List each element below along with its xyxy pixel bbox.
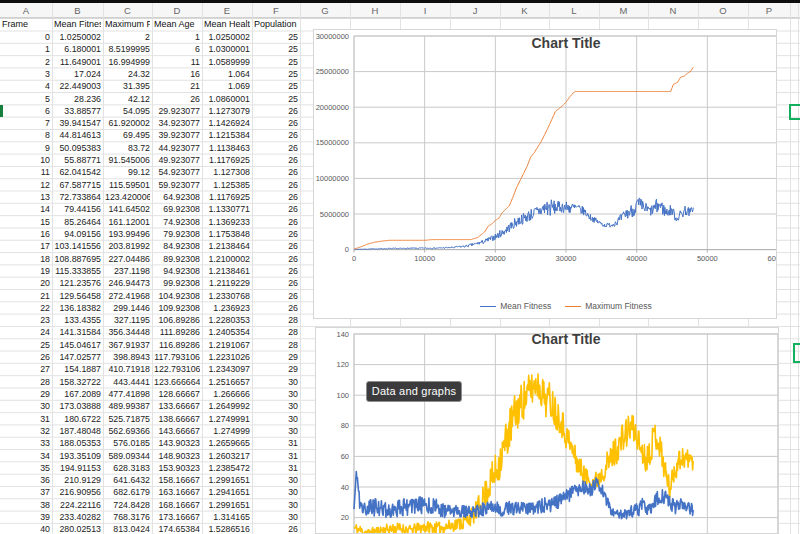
cell[interactable]: 145.04617 [54, 339, 101, 351]
cell[interactable]: 0 [2, 31, 50, 43]
cell[interactable]: 30 [2, 400, 50, 412]
cell[interactable]: 103.141556 [54, 240, 101, 252]
column-header-L[interactable]: L [549, 3, 599, 18]
cell[interactable]: 26 [254, 240, 298, 252]
cell[interactable]: 1.2659665 [204, 437, 250, 449]
column-header-K[interactable]: K [500, 3, 549, 18]
cell[interactable]: 128.66667 [154, 388, 200, 400]
cell[interactable]: 8.5199995 [105, 43, 150, 55]
column-header-B[interactable]: B [52, 3, 103, 18]
cell[interactable]: 210.9129 [54, 474, 101, 486]
cell[interactable]: 576.0185 [105, 437, 150, 449]
cell[interactable]: 30 [254, 425, 298, 437]
cell[interactable]: 1.2516657 [204, 376, 250, 388]
cell[interactable]: Frame [2, 18, 50, 31]
cell[interactable]: 6 [2, 105, 50, 117]
cell[interactable]: 246.94473 [105, 277, 150, 289]
cell[interactable]: 367.91937 [105, 339, 150, 351]
cell[interactable]: 104.92308 [154, 290, 200, 302]
cell[interactable]: 4 [2, 80, 50, 92]
cell[interactable]: 3 [2, 68, 50, 80]
cell[interactable]: 59.923077 [154, 179, 200, 191]
cell[interactable]: 233.40282 [54, 511, 101, 523]
column-header-P[interactable]: P [748, 3, 790, 18]
cell[interactable]: 26 [254, 277, 298, 289]
cell[interactable]: 28 [254, 326, 298, 338]
cell[interactable]: 187.48048 [54, 425, 101, 437]
cell[interactable]: 163.16667 [154, 486, 200, 498]
cell[interactable]: 133.4355 [54, 314, 101, 326]
cell[interactable]: 356.34448 [105, 326, 150, 338]
cell[interactable]: 30 [254, 376, 298, 388]
cell[interactable]: 1.1215384 [204, 129, 250, 141]
cell[interactable]: 28 [2, 376, 50, 388]
cell[interactable]: 84.92308 [154, 240, 200, 252]
cell[interactable]: 31 [254, 437, 298, 449]
cell[interactable]: 1.1176925 [204, 191, 250, 203]
cell[interactable]: 117.793106 [154, 351, 200, 363]
cell[interactable]: 10 [2, 154, 50, 166]
cell[interactable]: 31.395 [105, 80, 150, 92]
column-header-H[interactable]: H [350, 3, 400, 18]
cell[interactable]: 26 [254, 117, 298, 129]
cell[interactable]: 148.90323 [154, 450, 200, 462]
cell[interactable]: 21 [2, 290, 50, 302]
cell[interactable]: 19 [2, 265, 50, 277]
cell[interactable]: 115.59501 [105, 179, 150, 191]
cell[interactable]: 11 [2, 166, 50, 178]
cell[interactable]: 237.1198 [105, 265, 150, 277]
column-header-O[interactable]: O [698, 3, 748, 18]
cell[interactable]: 122.793106 [154, 363, 200, 375]
cell[interactable]: 641.6432 [105, 474, 150, 486]
cell[interactable]: Mean Fitness [54, 18, 101, 31]
cell[interactable]: 106.89286 [154, 314, 200, 326]
cell[interactable]: 15 [2, 216, 50, 228]
cell[interactable]: 1.2138464 [204, 240, 250, 252]
cell[interactable]: 6 [154, 43, 200, 55]
cell[interactable]: 2 [2, 56, 50, 68]
cell[interactable]: 1.2119229 [204, 277, 250, 289]
cell[interactable]: 109.92308 [154, 302, 200, 314]
cell[interactable]: 193.99496 [105, 228, 150, 240]
cell[interactable]: 29 [2, 388, 50, 400]
cell[interactable]: 167.2089 [54, 388, 101, 400]
cell[interactable]: 28 [254, 314, 298, 326]
cell[interactable]: 216.90956 [54, 486, 101, 498]
cell[interactable]: 327.1195 [105, 314, 150, 326]
cell[interactable]: 1.5286516 [204, 523, 250, 534]
cell[interactable]: 31 [2, 413, 50, 425]
cell[interactable]: 29 [254, 363, 298, 375]
cell[interactable]: 129.56458 [54, 290, 101, 302]
cell[interactable]: 108.887695 [54, 253, 101, 265]
cell[interactable]: 30 [254, 474, 298, 486]
cell[interactable]: 1.2405354 [204, 326, 250, 338]
cell[interactable]: 17 [2, 240, 50, 252]
cell[interactable]: 28 [254, 339, 298, 351]
cell[interactable]: 141.31584 [54, 326, 101, 338]
cell[interactable]: 31 [254, 450, 298, 462]
cell[interactable]: 147.02577 [54, 351, 101, 363]
cell[interactable]: 173.03888 [54, 400, 101, 412]
cell[interactable]: 40 [2, 523, 50, 534]
cell[interactable]: 1.0860001 [204, 93, 250, 105]
cell[interactable]: 32 [2, 425, 50, 437]
cell[interactable]: 74.92308 [154, 216, 200, 228]
cell[interactable]: 1.0589999 [204, 56, 250, 68]
cell[interactable]: 158.32722 [54, 376, 101, 388]
cell[interactable]: 13 [2, 191, 50, 203]
cell[interactable]: 1.266666 [204, 388, 250, 400]
cell[interactable]: 477.41898 [105, 388, 150, 400]
cell[interactable]: 34.923077 [154, 117, 200, 129]
cell[interactable]: 42.12 [105, 93, 150, 105]
cell[interactable]: 26 [254, 228, 298, 240]
chart-legend[interactable]: Mean FitnessMaximum Fitness [354, 299, 777, 313]
cell[interactable]: 94.09156 [54, 228, 101, 240]
cell[interactable]: 6.180001 [54, 43, 101, 55]
cell[interactable]: 30 [254, 388, 298, 400]
cell[interactable]: 29 [254, 351, 298, 363]
cell[interactable]: 153.90323 [154, 462, 200, 474]
cell[interactable]: 25 [254, 43, 298, 55]
cell[interactable]: 1.1753848 [204, 228, 250, 240]
cell[interactable]: 14 [2, 203, 50, 215]
cell[interactable]: 1.064 [204, 68, 250, 80]
